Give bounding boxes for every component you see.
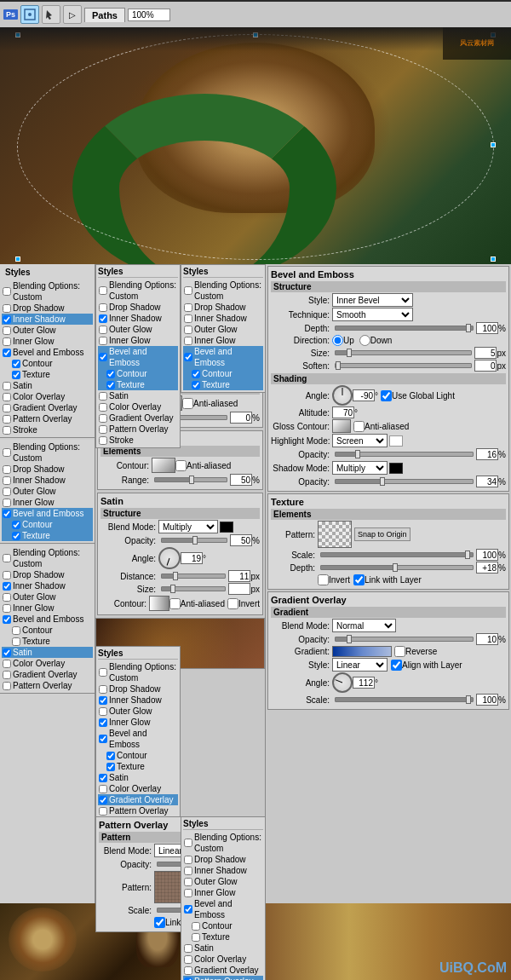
texture-snap-origin-btn[interactable]: Snap to Origin [354,527,411,541]
style-blending-1-chk[interactable] [3,287,11,296]
bevel-gloss-aa-chk[interactable] [353,421,365,432]
style-inner-glow-1-chk[interactable] [3,337,11,346]
so1-bevel[interactable]: Bevel and Emboss [98,346,178,368]
style-drop-shadow-2-chk[interactable] [3,465,11,474]
style-inner-shadow-2[interactable]: Inner Shadow [2,475,93,486]
style-inner-shadow-3[interactable]: Inner Shadow [2,580,93,591]
satin-blend-select[interactable]: Multiply [158,520,218,533]
noise-input-is[interactable] [230,412,252,424]
satin-distance-slider[interactable] [161,574,226,579]
satin-invert-chk[interactable] [227,598,238,609]
so4-drop[interactable]: Drop Shadow [183,854,263,865]
bevel-dir-down[interactable] [359,335,370,346]
style-inner-glow-2[interactable]: Inner Glow [2,497,93,508]
style-drop-shadow-3[interactable]: Drop Shadow [2,569,93,580]
so2-inner-glow[interactable]: Inner Glow [183,335,263,346]
style-inner-shadow-1[interactable]: Inner Shadow [2,314,93,325]
so1-bevel-chk[interactable] [99,353,107,361]
style-pattern-overlay-3-chk[interactable] [3,682,11,690]
style-texture-1[interactable]: Texture [2,369,93,380]
style-contour-2-chk[interactable] [12,521,20,529]
so3-blend-chk[interactable] [99,668,107,677]
satin-contour-preview[interactable] [149,596,169,611]
style-inner-glow-2-chk[interactable] [3,499,11,507]
so4-inner-glow[interactable]: Inner Glow [183,887,263,898]
style-outer-glow-3-chk[interactable] [3,593,11,602]
style-gradient-overlay-3-chk[interactable] [3,671,11,679]
style-pattern-overlay-1-chk[interactable] [3,415,11,424]
style-satin-3[interactable]: Satin [2,647,93,658]
style-contour-3-chk[interactable] [12,626,20,635]
grad-scale-slider[interactable] [335,697,474,702]
so4-inner-glow-chk[interactable] [184,889,192,897]
satin-angle-input[interactable] [181,552,203,564]
so4-gradient[interactable]: Gradient Overlay [183,965,263,976]
style-inner-glow-3-chk[interactable] [3,604,11,613]
so3-bevel[interactable]: Bevel and Emboss [98,728,178,750]
texture-pattern-swatch[interactable] [318,521,352,548]
satin-distance-input[interactable] [228,570,250,582]
so3-pattern[interactable]: Pattern Overlay [98,805,178,816]
style-texture-3[interactable]: Texture [2,636,93,647]
so3-outer[interactable]: Outer Glow [98,706,178,717]
so4-inner-chk[interactable] [184,867,192,875]
so1-drop[interactable]: Drop Shadow [98,302,178,313]
so4-outer[interactable]: Outer Glow [183,876,263,887]
so1-blend-chk[interactable] [99,286,107,295]
so1-satin[interactable]: Satin [98,390,178,401]
so4-outer-chk[interactable] [184,878,192,886]
style-contour-3[interactable]: Contour [2,625,93,636]
so1-gradient-chk[interactable] [99,414,107,423]
so4-texture[interactable]: Texture [183,931,263,943]
style-satin-1[interactable]: Satin [2,380,93,391]
style-inner-glow-1[interactable]: Inner Glow [2,336,93,347]
so1-inner[interactable]: Inner Shadow [98,313,178,324]
style-blending-2[interactable]: Blending Options: Custom [2,441,93,464]
style-color-overlay-1[interactable]: Color Overlay [2,391,93,402]
so4-pattern-chk[interactable] [184,977,192,981]
style-outer-glow-2[interactable]: Outer Glow [2,486,93,497]
grad-align-chk[interactable] [391,660,402,671]
so3-texture-chk[interactable] [106,763,115,771]
so1-contour[interactable]: Contour [98,368,178,379]
style-bevel-1[interactable]: Bevel and Emboss [2,347,93,358]
range-input[interactable] [230,474,252,486]
style-pattern-overlay-3[interactable]: Pattern Overlay [2,680,93,691]
texture-depth-slider[interactable] [320,565,474,570]
style-texture-3-chk[interactable] [12,637,20,646]
style-color-overlay-3-chk[interactable] [3,660,11,668]
so3-contour-chk[interactable] [106,752,115,760]
so1-color[interactable]: Color Overlay [98,401,178,412]
style-color-overlay-1-chk[interactable] [3,393,11,401]
texture-scale-slider[interactable] [320,552,474,557]
so4-texture-chk[interactable] [192,933,200,942]
bevel-soften-input[interactable] [474,360,497,372]
style-gradient-overlay-1[interactable]: Gradient Overlay [2,402,93,413]
grad-opacity-input[interactable] [476,633,498,645]
so4-inner[interactable]: Inner Shadow [183,865,263,876]
so2-drop-chk[interactable] [184,303,192,312]
style-satin-3-chk[interactable] [3,649,11,657]
so1-inner-glow-chk[interactable] [99,337,107,345]
grad-angle-input[interactable] [353,677,375,689]
bevel-angle-dial[interactable] [332,385,353,406]
grad-angle-dial[interactable] [332,672,353,693]
so3-satin[interactable]: Satin [98,772,178,783]
so3-drop[interactable]: Drop Shadow [98,683,178,695]
satin-size-input[interactable] [228,583,250,595]
so1-texture[interactable]: Texture [98,379,178,390]
satin-angle-dial[interactable] [158,547,181,569]
style-texture-1-chk[interactable] [12,371,20,379]
so2-bevel-chk[interactable] [184,353,192,361]
texture-link-chk[interactable] [353,574,365,585]
zoom-input[interactable] [128,9,170,21]
so3-inner[interactable]: Inner Shadow [98,695,178,706]
paths-tab[interactable]: Paths [84,8,125,22]
so1-color-chk[interactable] [99,403,107,412]
grad-scale-input[interactable] [476,694,498,706]
style-bevel-2-chk[interactable] [3,510,11,518]
bevel-depth-slider[interactable] [335,326,474,331]
so3-texture[interactable]: Texture [98,761,178,772]
highlight-opacity-slider[interactable] [335,452,474,457]
style-blending-3[interactable]: Blending Options: Custom [2,547,93,569]
